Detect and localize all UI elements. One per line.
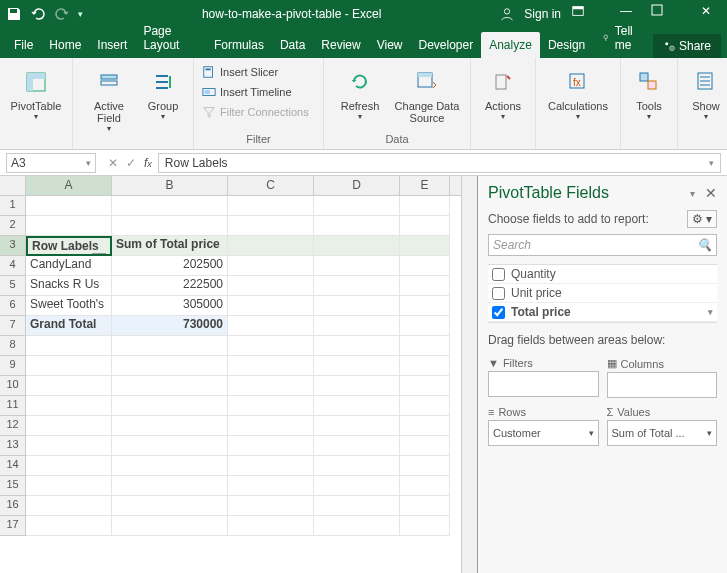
search-input[interactable]: Search 🔍 — [488, 234, 717, 256]
cell[interactable] — [112, 456, 228, 476]
row-header[interactable]: 2 — [0, 216, 26, 236]
row-header[interactable]: 16 — [0, 496, 26, 516]
cell[interactable]: CandyLand — [26, 256, 112, 276]
row-header[interactable]: 13 — [0, 436, 26, 456]
vertical-scrollbar[interactable] — [461, 176, 477, 573]
tab-view[interactable]: View — [369, 32, 411, 58]
cell[interactable] — [228, 456, 314, 476]
cell[interactable] — [228, 416, 314, 436]
field-checkbox[interactable] — [492, 306, 505, 319]
cell[interactable] — [400, 196, 450, 216]
group-button[interactable]: Group▾ — [141, 62, 185, 133]
tell-me[interactable]: Tell me — [593, 18, 653, 58]
cell[interactable] — [112, 476, 228, 496]
cell[interactable] — [26, 496, 112, 516]
cell[interactable] — [228, 496, 314, 516]
redo-icon[interactable] — [54, 6, 70, 22]
share-button[interactable]: Share — [653, 34, 721, 58]
cell[interactable] — [112, 416, 228, 436]
cell[interactable] — [228, 296, 314, 316]
cell[interactable] — [26, 396, 112, 416]
pane-close-icon[interactable]: ✕ — [705, 185, 717, 201]
tab-review[interactable]: Review — [313, 32, 368, 58]
cell-grand-total[interactable]: Grand Total — [26, 316, 112, 336]
cell[interactable] — [26, 436, 112, 456]
cell[interactable] — [314, 436, 400, 456]
cell[interactable] — [400, 336, 450, 356]
cell[interactable] — [400, 476, 450, 496]
cell[interactable] — [400, 496, 450, 516]
row-header[interactable]: 7 — [0, 316, 26, 336]
row-header[interactable]: 4 — [0, 256, 26, 276]
cell[interactable] — [112, 356, 228, 376]
row-header[interactable]: 15 — [0, 476, 26, 496]
cell[interactable]: 222500 — [112, 276, 228, 296]
cell[interactable] — [112, 396, 228, 416]
cell[interactable] — [112, 196, 228, 216]
cell[interactable] — [112, 496, 228, 516]
cell[interactable] — [228, 256, 314, 276]
cell[interactable] — [400, 216, 450, 236]
cell[interactable] — [400, 276, 450, 296]
pivottable-button[interactable]: PivotTable▾ — [8, 62, 64, 121]
col-header-a[interactable]: A — [26, 176, 112, 195]
cell[interactable] — [26, 336, 112, 356]
cell[interactable] — [26, 456, 112, 476]
col-header-c[interactable]: C — [228, 176, 314, 195]
cell[interactable] — [228, 356, 314, 376]
enter-formula-icon[interactable]: ✓ — [126, 156, 136, 170]
row-header[interactable]: 3 — [0, 236, 26, 256]
col-header-e[interactable]: E — [400, 176, 450, 195]
cell[interactable]: 202500 — [112, 256, 228, 276]
pane-menu-icon[interactable]: ▾ — [690, 188, 695, 199]
cell[interactable] — [228, 396, 314, 416]
cell[interactable] — [228, 236, 314, 256]
cell[interactable] — [400, 376, 450, 396]
cell[interactable] — [228, 216, 314, 236]
maximize-icon[interactable] — [651, 4, 681, 24]
cell[interactable] — [400, 516, 450, 536]
active-field-button[interactable]: Active Field▾ — [81, 62, 137, 133]
field-unit-price[interactable]: Unit price — [488, 284, 717, 303]
cell[interactable]: 305000 — [112, 296, 228, 316]
cell[interactable] — [228, 316, 314, 336]
cell[interactable] — [26, 376, 112, 396]
cell[interactable] — [26, 516, 112, 536]
cell[interactable] — [314, 356, 400, 376]
fx-icon[interactable]: fx — [144, 156, 152, 170]
cell[interactable] — [228, 516, 314, 536]
cell[interactable] — [314, 296, 400, 316]
refresh-button[interactable]: Refresh▾ — [332, 62, 388, 124]
cell[interactable] — [314, 236, 400, 256]
cell[interactable]: Snacks R Us — [26, 276, 112, 296]
cell[interactable] — [400, 396, 450, 416]
cell[interactable] — [112, 336, 228, 356]
cell[interactable] — [228, 196, 314, 216]
cell[interactable] — [314, 496, 400, 516]
cell[interactable] — [228, 376, 314, 396]
tab-developer[interactable]: Developer — [410, 32, 481, 58]
cell[interactable] — [314, 256, 400, 276]
cell[interactable] — [228, 336, 314, 356]
calculations-button[interactable]: fxCalculations▾ — [544, 62, 612, 121]
cell[interactable] — [112, 436, 228, 456]
cell[interactable] — [228, 276, 314, 296]
row-header[interactable]: 11 — [0, 396, 26, 416]
field-quantity[interactable]: Quantity — [488, 265, 717, 284]
tab-home[interactable]: Home — [41, 32, 89, 58]
tools-button[interactable]: Tools▾ — [629, 62, 669, 121]
cell[interactable]: 730000 — [112, 316, 228, 336]
row-header[interactable]: 17 — [0, 516, 26, 536]
cell[interactable] — [314, 476, 400, 496]
insert-slicer-button[interactable]: Insert Slicer — [202, 62, 315, 82]
cell[interactable] — [228, 436, 314, 456]
tab-file[interactable]: File — [6, 32, 41, 58]
cell[interactable]: Sum of Total price — [112, 236, 228, 256]
cell[interactable] — [314, 396, 400, 416]
cell[interactable] — [314, 416, 400, 436]
cell[interactable] — [112, 216, 228, 236]
cell[interactable]: Sweet Tooth's — [26, 296, 112, 316]
formula-bar[interactable]: Row Labels▾ — [158, 153, 721, 173]
row-header[interactable]: 8 — [0, 336, 26, 356]
undo-icon[interactable] — [30, 6, 46, 22]
